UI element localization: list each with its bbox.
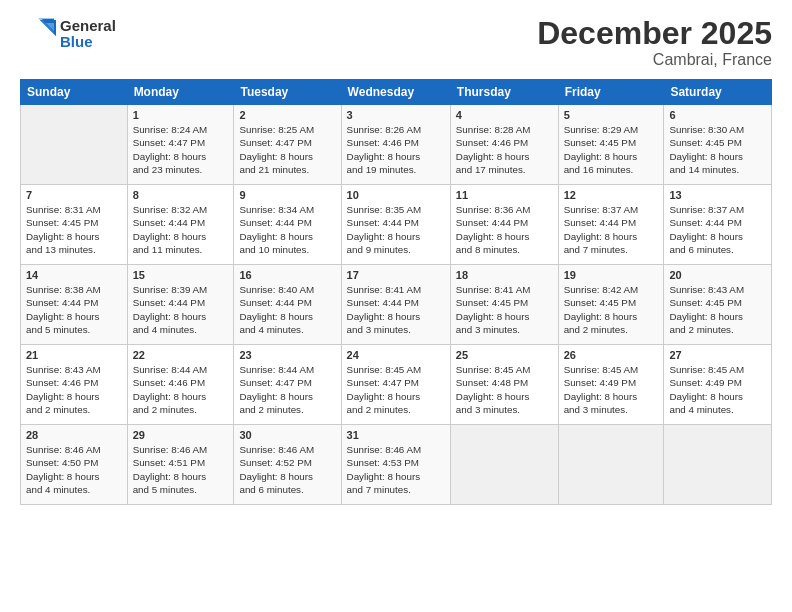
calendar-cell: 4Sunrise: 8:28 AM Sunset: 4:46 PM Daylig… [450, 105, 558, 185]
calendar-cell: 29Sunrise: 8:46 AM Sunset: 4:51 PM Dayli… [127, 425, 234, 505]
calendar-cell: 30Sunrise: 8:46 AM Sunset: 4:52 PM Dayli… [234, 425, 341, 505]
day-number: 3 [347, 109, 445, 121]
day-info: Sunrise: 8:41 AM Sunset: 4:44 PM Dayligh… [347, 283, 445, 336]
day-info: Sunrise: 8:28 AM Sunset: 4:46 PM Dayligh… [456, 123, 553, 176]
day-number: 8 [133, 189, 229, 201]
calendar-cell: 8Sunrise: 8:32 AM Sunset: 4:44 PM Daylig… [127, 185, 234, 265]
day-info: Sunrise: 8:46 AM Sunset: 4:52 PM Dayligh… [239, 443, 335, 496]
calendar-cell: 1Sunrise: 8:24 AM Sunset: 4:47 PM Daylig… [127, 105, 234, 185]
page: General Blue December 2025 Cambrai, Fran… [0, 0, 792, 612]
logo-blue: Blue [60, 34, 116, 51]
day-info: Sunrise: 8:34 AM Sunset: 4:44 PM Dayligh… [239, 203, 335, 256]
day-info: Sunrise: 8:29 AM Sunset: 4:45 PM Dayligh… [564, 123, 659, 176]
day-info: Sunrise: 8:32 AM Sunset: 4:44 PM Dayligh… [133, 203, 229, 256]
calendar-cell: 26Sunrise: 8:45 AM Sunset: 4:49 PM Dayli… [558, 345, 664, 425]
calendar-cell: 17Sunrise: 8:41 AM Sunset: 4:44 PM Dayli… [341, 265, 450, 345]
day-number: 4 [456, 109, 553, 121]
day-info: Sunrise: 8:30 AM Sunset: 4:45 PM Dayligh… [669, 123, 766, 176]
week-row-5: 28Sunrise: 8:46 AM Sunset: 4:50 PM Dayli… [21, 425, 772, 505]
calendar-cell: 31Sunrise: 8:46 AM Sunset: 4:53 PM Dayli… [341, 425, 450, 505]
day-info: Sunrise: 8:38 AM Sunset: 4:44 PM Dayligh… [26, 283, 122, 336]
day-header-thursday: Thursday [450, 80, 558, 105]
day-number: 16 [239, 269, 335, 281]
day-header-tuesday: Tuesday [234, 80, 341, 105]
day-number: 6 [669, 109, 766, 121]
day-info: Sunrise: 8:26 AM Sunset: 4:46 PM Dayligh… [347, 123, 445, 176]
day-info: Sunrise: 8:45 AM Sunset: 4:48 PM Dayligh… [456, 363, 553, 416]
day-info: Sunrise: 8:43 AM Sunset: 4:45 PM Dayligh… [669, 283, 766, 336]
day-number: 21 [26, 349, 122, 361]
header: General Blue December 2025 Cambrai, Fran… [20, 16, 772, 69]
calendar-table: SundayMondayTuesdayWednesdayThursdayFrid… [20, 79, 772, 505]
calendar-cell: 9Sunrise: 8:34 AM Sunset: 4:44 PM Daylig… [234, 185, 341, 265]
calendar-cell: 23Sunrise: 8:44 AM Sunset: 4:47 PM Dayli… [234, 345, 341, 425]
day-info: Sunrise: 8:45 AM Sunset: 4:47 PM Dayligh… [347, 363, 445, 416]
day-number: 26 [564, 349, 659, 361]
day-header-monday: Monday [127, 80, 234, 105]
calendar-cell: 25Sunrise: 8:45 AM Sunset: 4:48 PM Dayli… [450, 345, 558, 425]
day-info: Sunrise: 8:45 AM Sunset: 4:49 PM Dayligh… [564, 363, 659, 416]
day-number: 12 [564, 189, 659, 201]
calendar-cell: 3Sunrise: 8:26 AM Sunset: 4:46 PM Daylig… [341, 105, 450, 185]
day-info: Sunrise: 8:24 AM Sunset: 4:47 PM Dayligh… [133, 123, 229, 176]
day-number: 30 [239, 429, 335, 441]
day-number: 23 [239, 349, 335, 361]
day-header-wednesday: Wednesday [341, 80, 450, 105]
day-number: 24 [347, 349, 445, 361]
day-number: 31 [347, 429, 445, 441]
day-number: 13 [669, 189, 766, 201]
day-number: 29 [133, 429, 229, 441]
day-number: 5 [564, 109, 659, 121]
day-number: 9 [239, 189, 335, 201]
calendar-cell: 14Sunrise: 8:38 AM Sunset: 4:44 PM Dayli… [21, 265, 128, 345]
calendar-cell: 24Sunrise: 8:45 AM Sunset: 4:47 PM Dayli… [341, 345, 450, 425]
logo-icon [20, 16, 56, 52]
logo-text: General Blue [60, 18, 116, 51]
title-block: December 2025 Cambrai, France [537, 16, 772, 69]
day-info: Sunrise: 8:44 AM Sunset: 4:46 PM Dayligh… [133, 363, 229, 416]
week-row-4: 21Sunrise: 8:43 AM Sunset: 4:46 PM Dayli… [21, 345, 772, 425]
day-info: Sunrise: 8:46 AM Sunset: 4:51 PM Dayligh… [133, 443, 229, 496]
day-info: Sunrise: 8:42 AM Sunset: 4:45 PM Dayligh… [564, 283, 659, 336]
calendar-cell: 15Sunrise: 8:39 AM Sunset: 4:44 PM Dayli… [127, 265, 234, 345]
calendar-cell: 28Sunrise: 8:46 AM Sunset: 4:50 PM Dayli… [21, 425, 128, 505]
day-header-sunday: Sunday [21, 80, 128, 105]
day-number: 19 [564, 269, 659, 281]
day-number: 18 [456, 269, 553, 281]
calendar-cell: 10Sunrise: 8:35 AM Sunset: 4:44 PM Dayli… [341, 185, 450, 265]
day-number: 17 [347, 269, 445, 281]
day-number: 22 [133, 349, 229, 361]
day-number: 14 [26, 269, 122, 281]
month-title: December 2025 [537, 16, 772, 51]
week-row-3: 14Sunrise: 8:38 AM Sunset: 4:44 PM Dayli… [21, 265, 772, 345]
day-info: Sunrise: 8:43 AM Sunset: 4:46 PM Dayligh… [26, 363, 122, 416]
calendar-cell: 16Sunrise: 8:40 AM Sunset: 4:44 PM Dayli… [234, 265, 341, 345]
day-number: 27 [669, 349, 766, 361]
day-number: 11 [456, 189, 553, 201]
day-number: 7 [26, 189, 122, 201]
day-number: 1 [133, 109, 229, 121]
location-title: Cambrai, France [537, 51, 772, 69]
calendar-cell: 18Sunrise: 8:41 AM Sunset: 4:45 PM Dayli… [450, 265, 558, 345]
day-info: Sunrise: 8:35 AM Sunset: 4:44 PM Dayligh… [347, 203, 445, 256]
header-row: SundayMondayTuesdayWednesdayThursdayFrid… [21, 80, 772, 105]
calendar-cell: 5Sunrise: 8:29 AM Sunset: 4:45 PM Daylig… [558, 105, 664, 185]
day-info: Sunrise: 8:37 AM Sunset: 4:44 PM Dayligh… [564, 203, 659, 256]
calendar-cell: 13Sunrise: 8:37 AM Sunset: 4:44 PM Dayli… [664, 185, 772, 265]
week-row-2: 7Sunrise: 8:31 AM Sunset: 4:45 PM Daylig… [21, 185, 772, 265]
calendar-cell [21, 105, 128, 185]
calendar-cell [450, 425, 558, 505]
day-info: Sunrise: 8:45 AM Sunset: 4:49 PM Dayligh… [669, 363, 766, 416]
day-info: Sunrise: 8:37 AM Sunset: 4:44 PM Dayligh… [669, 203, 766, 256]
calendar-cell: 20Sunrise: 8:43 AM Sunset: 4:45 PM Dayli… [664, 265, 772, 345]
logo-general: General [60, 18, 116, 35]
logo: General Blue [20, 16, 116, 52]
day-number: 2 [239, 109, 335, 121]
day-info: Sunrise: 8:44 AM Sunset: 4:47 PM Dayligh… [239, 363, 335, 416]
day-number: 25 [456, 349, 553, 361]
day-info: Sunrise: 8:41 AM Sunset: 4:45 PM Dayligh… [456, 283, 553, 336]
day-header-saturday: Saturday [664, 80, 772, 105]
day-number: 15 [133, 269, 229, 281]
calendar-cell: 19Sunrise: 8:42 AM Sunset: 4:45 PM Dayli… [558, 265, 664, 345]
calendar-cell: 12Sunrise: 8:37 AM Sunset: 4:44 PM Dayli… [558, 185, 664, 265]
